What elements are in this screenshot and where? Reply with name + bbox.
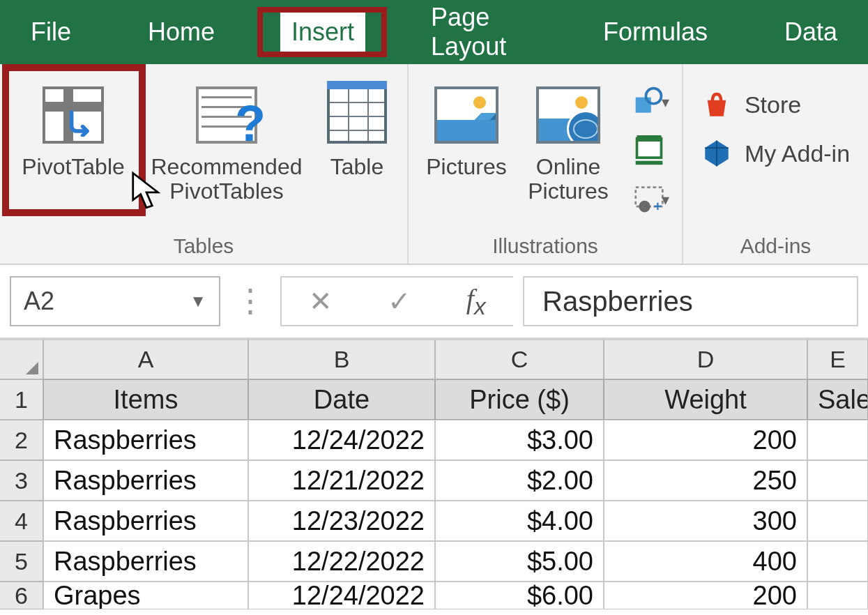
cancel-formula-icon[interactable]: ✕	[309, 285, 333, 317]
my-addins-button[interactable]: My Add-in	[701, 138, 850, 169]
insert-function-icon[interactable]: fx	[466, 282, 486, 320]
ribbon-group-illustrations: Pictures Online Pictures ▾ + ▾	[409, 64, 683, 264]
ribbon-group-addins: Store My Add-in Add-ins	[683, 64, 868, 264]
my-addins-icon	[701, 138, 732, 169]
table-row: 5 Raspberries 12/22/2022 $5.00 400	[0, 541, 868, 582]
cell-B5[interactable]: 12/22/2022	[248, 541, 435, 582]
cell-D2[interactable]: 200	[604, 420, 807, 460]
column-header-D[interactable]: D	[604, 339, 807, 379]
formula-bar-buttons: ✕ ✓ fx	[280, 276, 513, 326]
cell-D3[interactable]: 250	[604, 460, 807, 501]
row-header-6[interactable]: 6	[0, 582, 43, 609]
cell-C4[interactable]: $4.00	[435, 501, 604, 541]
ribbon-tab-strip: File Home Insert Page Layout Formulas Da…	[0, 0, 868, 64]
cell-C5[interactable]: $5.00	[435, 541, 604, 582]
tab-file[interactable]: File	[20, 12, 82, 52]
table-row: 4 Raspberries 12/23/2022 $4.00 300	[0, 501, 868, 541]
store-icon	[701, 89, 732, 120]
pivot-table-icon	[38, 82, 108, 148]
row-header-3[interactable]: 3	[0, 460, 43, 501]
cell-E3[interactable]	[807, 460, 868, 501]
online-pictures-icon	[533, 82, 603, 148]
table-label: Table	[330, 155, 384, 179]
tab-page-layout[interactable]: Page Layout	[420, 0, 538, 67]
pictures-button[interactable]: Pictures	[417, 77, 516, 188]
cell-A4[interactable]: Raspberries	[43, 501, 248, 541]
table-icon	[322, 82, 392, 148]
cell-A1[interactable]: Items	[43, 379, 248, 420]
my-addins-label: My Add-in	[745, 140, 850, 167]
cell-E4[interactable]	[807, 501, 868, 541]
table-row: 2 Raspberries 12/24/2022 $3.00 200	[0, 420, 868, 460]
cell-C1[interactable]: Price ($)	[435, 379, 604, 420]
tab-home[interactable]: Home	[137, 12, 226, 52]
cell-B4[interactable]: 12/23/2022	[248, 501, 435, 541]
tab-insert[interactable]: Insert	[280, 12, 365, 52]
cell-B6[interactable]: 12/24/2022	[248, 582, 435, 609]
table-row: 3 Raspberries 12/21/2022 $2.00 250	[0, 460, 868, 501]
cell-D5[interactable]: 400	[604, 541, 807, 582]
cell-C2[interactable]: $3.00	[435, 420, 604, 460]
column-header-A[interactable]: A	[43, 339, 248, 379]
cell-C6[interactable]: $6.00	[435, 582, 604, 609]
online-pictures-button[interactable]: Online Pictures	[519, 77, 618, 212]
recommended-pivot-tables-button[interactable]: ? Recommended PivotTables	[140, 77, 313, 212]
cell-C3[interactable]: $2.00	[435, 460, 604, 501]
ribbon: PivotTable ? Recommended PivotTables Tab…	[0, 64, 868, 265]
row-header-1[interactable]: 1	[0, 379, 43, 420]
row-header-2[interactable]: 2	[0, 420, 43, 460]
spreadsheet-grid: A B C D E 1 Items Date Price ($) Weight …	[0, 339, 868, 609]
cell-A6[interactable]: Grapes	[43, 582, 248, 609]
pictures-icon	[432, 82, 501, 148]
name-box[interactable]: A2 ▼	[10, 276, 220, 326]
formula-input-value: Raspberries	[542, 286, 693, 317]
cell-A3[interactable]: Raspberries	[43, 460, 248, 501]
cell-E6[interactable]	[807, 582, 868, 609]
cell-A2[interactable]: Raspberries	[43, 420, 248, 460]
column-header-E[interactable]: E	[807, 339, 868, 379]
group-label-tables: Tables	[174, 231, 234, 264]
row-header-4[interactable]: 4	[0, 501, 43, 541]
online-pictures-label: Online Pictures	[528, 155, 609, 204]
cell-A5[interactable]: Raspberries	[43, 541, 248, 582]
pivot-table-button[interactable]: PivotTable	[9, 77, 137, 188]
cell-D6[interactable]: 200	[604, 582, 807, 609]
store-label: Store	[745, 91, 801, 119]
tab-formulas[interactable]: Formulas	[592, 12, 719, 52]
store-button[interactable]: Store	[701, 89, 850, 120]
group-label-illustrations: Illustrations	[492, 231, 598, 264]
cell-E2[interactable]	[807, 420, 868, 460]
row-header-5[interactable]: 5	[0, 541, 43, 582]
table-row: 1 Items Date Price ($) Weight Sale	[0, 379, 868, 420]
name-box-value: A2	[24, 287, 54, 316]
cell-D4[interactable]: 300	[604, 501, 807, 541]
cell-B2[interactable]: 12/24/2022	[248, 420, 435, 460]
pictures-label: Pictures	[426, 155, 507, 179]
cell-E5[interactable]	[807, 541, 868, 582]
select-all-corner[interactable]	[0, 339, 43, 379]
name-box-dropdown-icon[interactable]: ▼	[190, 291, 206, 311]
ribbon-group-tables: PivotTable ? Recommended PivotTables Tab…	[0, 64, 409, 264]
screenshot-dropdown[interactable]: + ▾	[625, 179, 673, 220]
cell-E1[interactable]: Sale	[807, 379, 868, 420]
formula-input[interactable]: Raspberries	[523, 276, 858, 326]
group-label-addins: Add-ins	[740, 231, 812, 264]
pivot-table-label: PivotTable	[22, 155, 125, 179]
table-row: 6 Grapes 12/24/2022 $6.00 200	[0, 582, 868, 609]
cell-B1[interactable]: Date	[248, 379, 435, 420]
table-button[interactable]: Table	[316, 77, 398, 188]
svg-text:+: +	[653, 199, 662, 214]
shapes-dropdown[interactable]: ▾	[625, 81, 673, 123]
cell-D1[interactable]: Weight	[604, 379, 807, 420]
smartart-button[interactable]	[625, 130, 673, 172]
column-header-C[interactable]: C	[435, 339, 604, 379]
cell-B3[interactable]: 12/21/2022	[248, 460, 435, 501]
svg-point-1	[646, 89, 661, 104]
svg-point-4	[639, 201, 650, 213]
column-header-B[interactable]: B	[248, 339, 435, 379]
tab-data[interactable]: Data	[773, 12, 848, 52]
column-headers: A B C D E	[0, 339, 868, 379]
recommended-pivot-tables-icon: ?	[192, 82, 261, 148]
enter-formula-icon[interactable]: ✓	[388, 285, 411, 317]
formula-bar-options[interactable]: ⋮	[230, 287, 271, 315]
